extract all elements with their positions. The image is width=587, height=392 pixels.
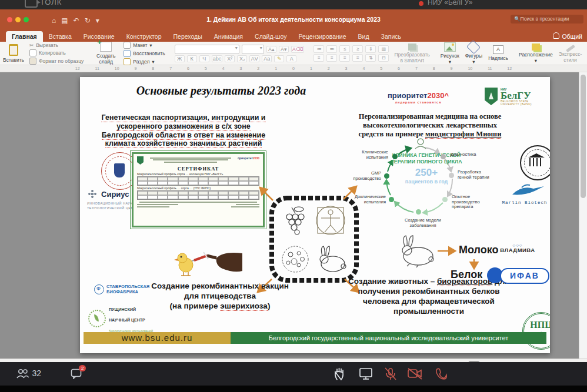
tab-animations[interactable]: Анимация — [208, 31, 249, 42]
layout-icon — [124, 42, 131, 49]
certificate-caption-2: Микросателлитный профиль … сорта … (УПС … — [137, 186, 259, 190]
screen-share-button[interactable] — [359, 367, 373, 380]
scrollbar-thumb[interactable] — [581, 75, 586, 198]
cycle-dot — [384, 173, 389, 179]
strikethrough-button[interactable]: abc — [212, 55, 223, 62]
rabbit-sketch — [320, 246, 346, 272]
tab-insert[interactable]: Вставка — [43, 31, 78, 42]
align-right-button[interactable]: ≡ — [339, 54, 350, 62]
clear-format-button[interactable]: А⌫ — [291, 46, 305, 53]
superscript-button[interactable]: X² — [225, 55, 235, 62]
person-plus-icon — [553, 32, 559, 39]
copy-button[interactable]: Копировать — [29, 49, 84, 56]
reset-button[interactable]: Восстановить — [124, 50, 165, 57]
search-input[interactable]: 🔍Поиск в презентации — [511, 15, 583, 24]
align-left-button[interactable]: ≡ — [313, 54, 324, 62]
cycle-dot — [389, 197, 394, 202]
mic-off-icon — [383, 367, 398, 381]
sirius-dots-icon — [87, 189, 98, 199]
pushchino-leaf-icon — [88, 310, 106, 327]
cut-button[interactable]: ✂Вырезать — [29, 42, 84, 48]
vladmiva-logo: ◇◇◇ ВЛАДМИВА — [495, 243, 540, 253]
chat-button[interactable]: 2 — [71, 368, 82, 379]
underline-button[interactable]: Ч — [199, 55, 209, 62]
tab-view[interactable]: Вид — [352, 31, 375, 42]
outdent-button[interactable]: ≤ — [339, 45, 350, 53]
camera-off-button[interactable] — [407, 367, 422, 380]
hand-sketch — [207, 253, 242, 272]
cycle-dot — [441, 154, 446, 159]
subscript-button[interactable]: X₂ — [237, 55, 247, 62]
new-slide-label: Создать слайд — [94, 53, 118, 65]
gene-therapy-cycle-diagram: КЛИНИКА ГЕНЕТИЧЕСКОЙ ТЕРАПИИ ПОЛНОГО ЦИК… — [351, 136, 513, 240]
vertical-scrollbar[interactable] — [579, 72, 587, 359]
decrease-font-button[interactable]: А▾ — [279, 46, 289, 53]
arrange-button[interactable]: Расположение ▾ — [516, 42, 556, 65]
tab-design[interactable]: Конструктор — [121, 31, 168, 42]
university-name-banner: Белгородский государственный национальны… — [231, 332, 546, 344]
font-name-combo[interactable] — [175, 45, 239, 54]
text-direction-button[interactable]: ⇅ — [365, 54, 376, 62]
raise-hand-button[interactable] — [333, 367, 346, 381]
align-center-button[interactable]: ≡ — [326, 54, 337, 62]
columns-button[interactable]: ▥ — [378, 45, 389, 53]
participants-button[interactable]: 32 — [16, 368, 41, 379]
cycle-node-label: Опытное производство препарата — [452, 195, 489, 210]
tab-home[interactable]: Главная — [6, 31, 43, 42]
certificate-priority2030-mark: приоритет2030 — [238, 156, 259, 160]
tab-slideshow[interactable]: Слайд-шоу — [249, 31, 292, 42]
raised-hand-icon — [333, 367, 346, 381]
format-painter-button[interactable]: Формат по образцу — [29, 58, 84, 65]
microphone-off-button[interactable] — [383, 367, 398, 381]
character-spacing-button[interactable]: АV — [249, 55, 259, 62]
cycle-dot — [449, 173, 454, 178]
line-spacing-button[interactable]: ⇕ — [365, 45, 376, 53]
align-text-button[interactable]: ⊟ — [378, 54, 389, 62]
picture-icon — [444, 42, 456, 52]
monitor-icon — [359, 367, 373, 380]
cycle-node-label: Клинические испытания — [355, 150, 388, 160]
picture-button[interactable]: Рисунок ▾ — [438, 42, 462, 65]
quick-styles-button[interactable]: Экспресс-стили — [556, 42, 585, 65]
npc-belarus-logo: НПЦ ━━●━━ — [522, 312, 550, 350]
ifav-label: ИФАВ — [500, 268, 549, 284]
increase-font-button[interactable]: А▴ — [266, 46, 276, 53]
shapes-button[interactable]: Фигуры ▾ — [462, 42, 485, 65]
indent-button[interactable]: ≥ — [352, 45, 363, 53]
phone-hangup-icon — [434, 367, 448, 381]
numbering-button[interactable]: ≕ — [326, 45, 337, 53]
tab-transitions[interactable]: Переходы — [168, 31, 208, 42]
reset-label: Восстановить — [133, 51, 165, 56]
section-button[interactable]: Раздел ▾ — [124, 58, 165, 65]
smartart-button[interactable]: Преобразовать в SmartArt — [391, 42, 432, 65]
textbox-button[interactable]: A Надпись — [485, 42, 511, 65]
justify-button[interactable]: ≡ — [352, 54, 363, 62]
call-control-bar: 32 2 — [0, 362, 587, 386]
italic-button[interactable]: К — [187, 55, 197, 62]
tab-review[interactable]: Рецензирование — [292, 31, 352, 42]
reset-icon — [124, 50, 131, 57]
share-button[interactable]: Общий — [553, 32, 582, 40]
new-slide-button[interactable]: Создать слайд — [91, 42, 121, 65]
document-title: 1. Дейкин АВ Об итогах деятельности конс… — [0, 16, 587, 23]
dna-frame-illustration — [267, 193, 361, 285]
bullets-button[interactable]: ≔ — [313, 45, 324, 53]
font-size-combo[interactable] — [242, 45, 264, 54]
change-case-button[interactable]: Аа — [262, 55, 272, 62]
highlight-button[interactable]: ✎ — [274, 55, 284, 62]
certificate-shield-icon — [137, 156, 144, 165]
tab-record[interactable]: Запись — [375, 31, 407, 42]
cycle-node-label: Диагностика — [451, 152, 486, 158]
paste-button[interactable]: Вставить — [0, 42, 27, 65]
slide-title: Основные результаты 2023 года — [121, 84, 321, 98]
merlin-biotech-logo: Marlin Biotech — [500, 183, 549, 205]
underlined-term: биореакторов — [437, 277, 492, 286]
bold-button[interactable]: Ж — [175, 55, 185, 62]
textbox-label: Надпись — [488, 55, 508, 61]
layout-button[interactable]: Макет ▾ — [124, 42, 165, 49]
hang-up-button[interactable] — [434, 367, 448, 381]
underlined-term: эшерихиоза — [220, 301, 268, 311]
arrange-label: Расположение — [519, 52, 553, 58]
font-color-button[interactable]: А — [286, 55, 296, 62]
shapes-icon — [466, 39, 481, 53]
